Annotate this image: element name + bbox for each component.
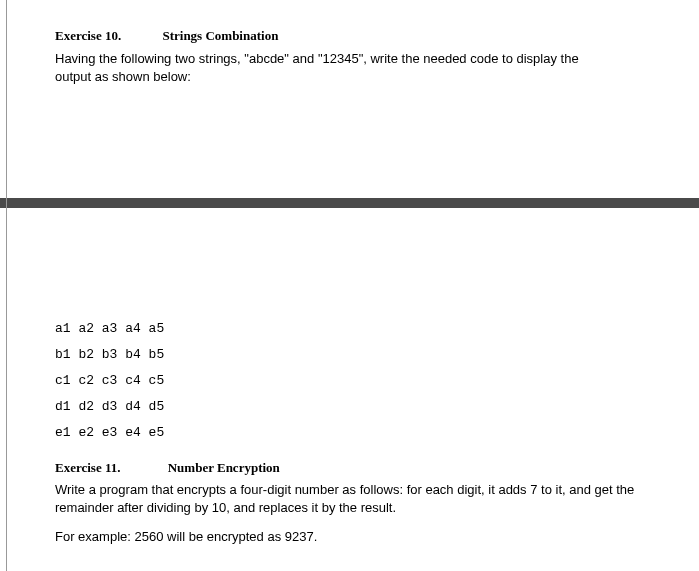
- exercise-10-heading: Exercise 10. Strings Combination: [55, 28, 659, 44]
- exercise-10-body: Having the following two strings, "abcde…: [55, 50, 615, 86]
- exercise-11-title: Number Encryption: [168, 460, 280, 476]
- output-line-1: a1 a2 a3 a4 a5: [55, 316, 659, 342]
- page-left-border: [6, 0, 7, 571]
- exercise-11-section: a1 a2 a3 a4 a5 b1 b2 b3 b4 b5 c1 c2 c3 c…: [0, 208, 699, 544]
- output-line-2: b1 b2 b3 b4 b5: [55, 342, 659, 368]
- exercise-10-title: Strings Combination: [162, 28, 278, 44]
- output-line-5: e1 e2 e3 e4 e5: [55, 420, 659, 446]
- page-divider: [0, 198, 699, 208]
- output-line-3: c1 c2 c3 c4 c5: [55, 368, 659, 394]
- exercise-11-example: For example: 2560 will be encrypted as 9…: [55, 529, 659, 544]
- exercise-11-body: Write a program that encrypts a four-dig…: [55, 481, 635, 517]
- exercise-11-label: Exercise 11.: [55, 460, 120, 476]
- exercise-10-label: Exercise 10.: [55, 28, 121, 44]
- exercise-10-section: Exercise 10. Strings Combination Having …: [0, 0, 699, 198]
- code-output-block: a1 a2 a3 a4 a5 b1 b2 b3 b4 b5 c1 c2 c3 c…: [55, 316, 659, 446]
- exercise-11-heading: Exercise 11. Number Encryption: [55, 460, 659, 476]
- output-line-4: d1 d2 d3 d4 d5: [55, 394, 659, 420]
